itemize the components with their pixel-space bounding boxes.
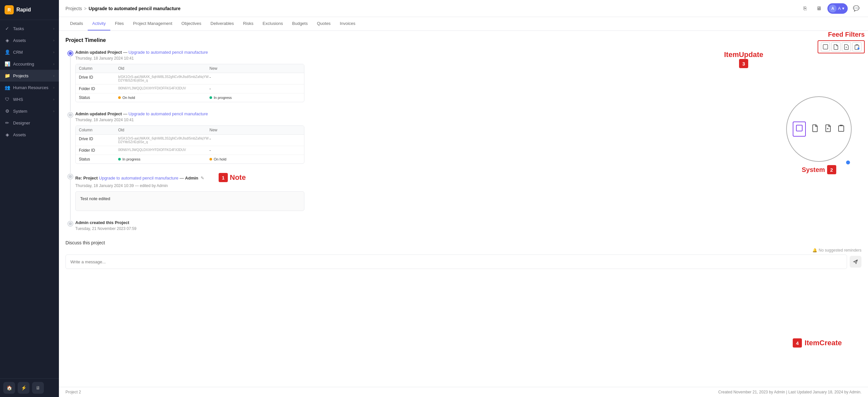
chevron-icon: › [53, 27, 54, 30]
row-old: 0l0N6IYL3WQQLDXXHYFDIOFFKG4FX3DUV [118, 148, 210, 153]
table-row: Drive ID b/GK1OrS-aaUWAXK_6qhWi8L3S2gNCv… [75, 135, 304, 146]
sidebar-item-whs[interactable]: 🛡 WHS › [0, 93, 59, 105]
designer-icon: ✏ [5, 120, 10, 125]
hr-icon: 👥 [5, 85, 10, 90]
timeline-time-1: Thursday, 18 January 2024 10:41 [75, 56, 862, 61]
chevron-icon: › [53, 39, 54, 42]
tab-risks[interactable]: Risks [239, 17, 258, 30]
note-text: Test note edited [80, 196, 110, 201]
discuss-header: 🔔 No suggested reminders [65, 248, 862, 253]
row-new: - [210, 86, 301, 91]
breadcrumb-separator: > [84, 6, 87, 11]
sidebar-item-assets2[interactable]: ◈ Assets [0, 129, 59, 141]
sidebar-nav: ✓ Tasks › ◈ Assets › 👤 CRM › 📊 Accoun [0, 20, 59, 378]
footer-info: Created November 21, 2023 by Admin | Las… [718, 390, 862, 394]
col-header-new: New [210, 128, 301, 132]
content-area: Feed Filters ItemUpdate 3 [59, 31, 868, 387]
discuss-input[interactable] [65, 255, 847, 269]
row-old: b/GK1OrS-aaUWAXK_6qhWi8L3S2gNCv9hJlsdI5m… [118, 75, 210, 82]
breadcrumb-projects[interactable]: Projects [65, 6, 82, 11]
row-new-status: In progress [210, 95, 301, 100]
row-column: Drive ID [79, 75, 118, 82]
tab-project-management[interactable]: Project Management [128, 17, 177, 30]
home-button[interactable]: 🏠 [3, 382, 15, 394]
timeline-time-3: Thursday, 18 January 2024 10:39 — edited… [75, 183, 862, 188]
avatar-label: A [838, 6, 841, 11]
sidebar-item-label: Designer [13, 120, 30, 125]
created-item: Admin created this Project Tuesday, 21 N… [75, 220, 862, 231]
sidebar-item-projects[interactable]: 📁 Projects › [0, 70, 59, 82]
sidebar-item-label: CRM [13, 50, 23, 55]
timeline-header-1: Admin updated Project — Upgrade to autom… [75, 50, 862, 55]
row-old-status: On hold [118, 95, 210, 100]
svg-point-2 [858, 48, 860, 50]
share-button[interactable]: ⚡ [18, 382, 29, 394]
chevron-icon: › [53, 62, 54, 66]
timeline-link-2[interactable]: Upgrade to automated pencil manufacture [129, 111, 208, 116]
tab-objectives[interactable]: Objectives [177, 17, 206, 30]
tab-activity[interactable]: Activity [88, 17, 110, 30]
table-row: Drive ID b/GK1OrS-aaUWAXK_6qhWi8L3S2gNCv… [75, 73, 304, 85]
tab-files[interactable]: Files [110, 17, 128, 30]
note-label: Note [230, 173, 246, 182]
timeline-dot-3 [68, 174, 73, 179]
main-content: Projects > Upgrade to automated pencil m… [59, 0, 868, 397]
tab-budgets[interactable]: Budgets [288, 17, 313, 30]
timeline-item-1: Admin updated Project — Upgrade to autom… [75, 50, 862, 102]
chevron-icon: › [53, 109, 54, 113]
no-reminders-text: No suggested reminders [818, 248, 862, 253]
tab-invoices[interactable]: Invoices [335, 17, 360, 30]
sidebar-item-human-resources[interactable]: 👥 Human Resources › [0, 82, 59, 93]
timeline-link-1[interactable]: Upgrade to automated pencil manufacture [129, 50, 208, 55]
sidebar-logo: R Rapid [0, 0, 59, 20]
no-reminders: 🔔 No suggested reminders [812, 248, 862, 253]
chevron-icon: › [53, 97, 54, 101]
filter-icon-square[interactable] [821, 42, 830, 51]
sidebar-item-tasks[interactable]: ✓ Tasks › [0, 23, 59, 34]
sidebar-item-system[interactable]: ⚙ System › [0, 105, 59, 117]
sidebar-item-accounting[interactable]: 📊 Accounting › [0, 58, 59, 70]
timeline-link-3[interactable]: Upgrade to automated pencil manufacture [99, 176, 178, 180]
monitor-icon-button[interactable]: 🖥 [814, 3, 824, 14]
chevron-icon: › [53, 86, 54, 89]
sidebar-item-designer[interactable]: ✏ Designer [0, 117, 59, 129]
avatar-chevron-icon: ▾ [842, 6, 844, 11]
sidebar-item-crm[interactable]: 👤 CRM › [0, 46, 59, 58]
chevron-icon: › [53, 74, 54, 78]
table-row: Folder ID 0l0N6IYL3WQQLDXXHYFDIOFFKG4FX3… [75, 85, 304, 93]
avatar-button[interactable]: A A ▾ [828, 3, 848, 14]
row-new: - [210, 148, 301, 153]
monitor-button[interactable]: 🖥 [32, 382, 44, 394]
row-column: Folder ID [79, 148, 118, 153]
timeline-item-3: Re: Project Upgrade to automated pencil … [75, 173, 862, 211]
filter-icon-document[interactable] [831, 42, 840, 51]
chat-icon-button[interactable]: 💬 [851, 3, 862, 14]
timeline-dot-4 [68, 221, 73, 226]
tab-exclusions[interactable]: Exclusions [258, 17, 287, 30]
badge-1: 1 [219, 173, 228, 182]
assets-icon: ◈ [5, 38, 10, 43]
sidebar-bottom: 🏠 ⚡ 🖥 [0, 378, 59, 397]
filter-icon-clipboard[interactable] [852, 42, 862, 51]
chevron-icon: › [53, 51, 54, 54]
crm-icon: 👤 [5, 50, 10, 55]
footer: Project 2 Created November 21, 2023 by A… [59, 387, 868, 397]
sidebar-item-label: Assets [13, 38, 26, 43]
topbar: Projects > Upgrade to automated pencil m… [59, 0, 868, 17]
copy-icon-button[interactable]: ⎘ [800, 3, 810, 14]
update-table-header: Column Old New [75, 64, 304, 73]
tab-deliverables[interactable]: Deliverables [206, 17, 239, 30]
send-button[interactable] [850, 256, 862, 267]
sidebar-item-assets[interactable]: ◈ Assets › [0, 34, 59, 46]
feed-filters-label: Feed Filters [828, 31, 865, 38]
discuss-title: Discuss this project [65, 240, 862, 245]
col-header-old: Old [118, 66, 210, 71]
tab-quotes[interactable]: Quotes [312, 17, 335, 30]
edit-icon[interactable]: ✎ [200, 176, 204, 180]
row-old: b/GK1OrS-aaUWAXK_6qhWi8L3S2gNCv9hJlsdI5m… [118, 137, 210, 144]
tab-details[interactable]: Details [65, 17, 88, 30]
filter-icon-edit[interactable] [842, 42, 851, 51]
timeline-dot-1 [68, 51, 73, 56]
col-header-column: Column [79, 128, 118, 132]
projects-icon: 📁 [5, 73, 10, 78]
